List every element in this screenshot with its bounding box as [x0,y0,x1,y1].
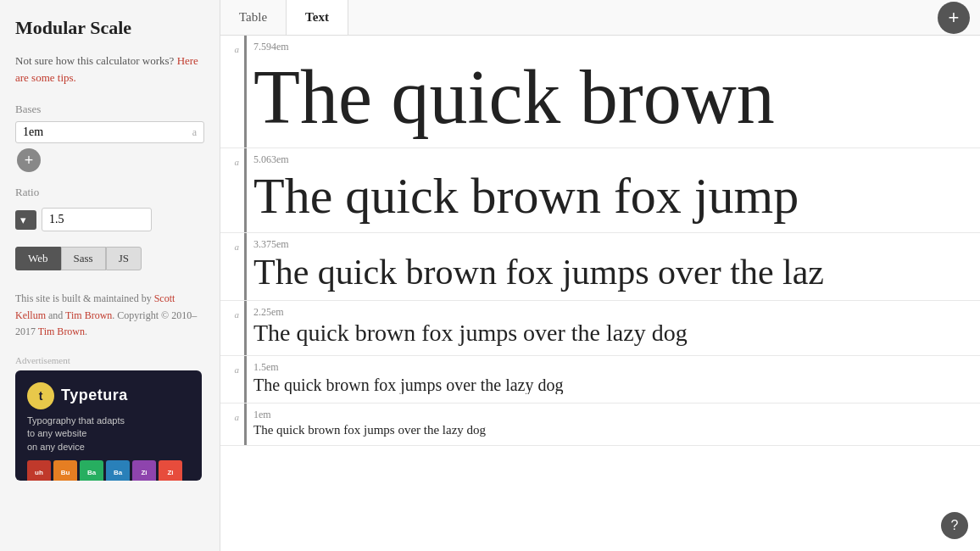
bases-input[interactable] [23,125,189,139]
scale-em-label: 3.375em [253,238,970,251]
scale-row-gutter-letter: a [235,412,240,422]
scale-row-gutter-letter: a [235,157,240,167]
help-button[interactable]: ? [941,512,968,539]
author2-link[interactable]: Tim Brown [65,309,112,321]
scale-row-inner: 1.5emThe quick brown fox jumps over the … [244,356,980,403]
ad-thumbnail: Zi [159,460,182,481]
scale-row-gutter: a [220,404,244,446]
main-tab-table[interactable]: Table [220,0,287,35]
ad-thumbnails: uhBuBaBaZiZi [27,460,182,481]
ad-thumbnail: Ba [80,460,103,481]
scale-em-label: 7.594em [253,41,970,53]
ad-thumbnail: uh [27,460,51,481]
add-base-button[interactable]: + [17,148,41,172]
scale-row-gutter-letter: a [235,309,240,320]
scale-row-inner: 2.25emThe quick brown fox jumps over the… [244,301,980,355]
ratio-row: ▾ [15,208,204,231]
scale-text: The quick brown fox jumps over the lazy … [253,320,970,347]
scale-row-inner: 5.063emThe quick brown fox jump [244,148,980,232]
scale-row-gutter-letter: a [235,365,240,375]
scale-row: a7.594emThe quick brown [220,36,980,148]
output-tab-web[interactable]: Web [15,247,61,270]
ratio-input[interactable] [42,208,152,231]
scale-em-label: 5.063em [253,153,970,166]
scale-row: a1emThe quick brown fox jumps over the l… [220,404,980,447]
scale-em-label: 2.25em [253,306,970,319]
scale-row: a3.375emThe quick brown fox jumps over t… [220,233,980,301]
scale-row: a1.5emThe quick brown fox jumps over the… [220,356,980,404]
scale-row-gutter: a [220,148,244,232]
scale-row: a2.25emThe quick brown fox jumps over th… [220,301,980,356]
advertisement-section: Advertisement t Typetura Typography that… [15,355,204,481]
scale-text: The quick brown [253,55,970,139]
bases-label: Bases [15,103,204,116]
scale-content: a7.594emThe quick browna5.063emThe quick… [220,36,980,551]
author3-link[interactable]: Tim Brown [38,326,85,337]
main-tab-bar: TableText + [220,0,980,36]
ad-icon: t [27,382,54,409]
scale-row-inner: 1emThe quick brown fox jumps over the la… [244,404,980,446]
help-text: Not sure how this calculator works? Here… [15,53,204,86]
main-tab-text[interactable]: Text [287,0,348,35]
ad-thumbnail: Zi [132,460,156,481]
ratio-label: Ratio [15,186,204,199]
bases-letter: a [192,126,197,139]
output-tabs: WebSassJS [15,247,204,270]
scale-row-gutter-letter: a [235,44,240,54]
scale-row-gutter: a [220,356,244,403]
ad-label: Advertisement [15,355,204,365]
ad-thumbnail: Bu [53,460,77,481]
sidebar: Modular Scale Not sure how this calculat… [0,0,220,551]
scale-text: The quick brown fox jumps over the lazy … [253,423,970,437]
ad-thumbnail: Ba [106,460,130,481]
scale-row-gutter: a [220,36,244,147]
scale-text: The quick brown fox jumps over the lazy … [253,376,970,394]
scale-text: The quick brown fox jumps over the laz [253,253,970,292]
scale-row-inner: 3.375emThe quick brown fox jumps over th… [244,233,980,300]
main-content: TableText + a7.594emThe quick browna5.06… [220,0,980,551]
bases-input-row: a [15,121,204,143]
output-tab-js[interactable]: JS [106,247,142,270]
app-title: Modular Scale [15,17,204,39]
ad-icon-row: t Typetura [27,382,128,409]
ad-tagline: Typography that adaptsto any websiteon a… [27,415,125,454]
scale-row-inner: 7.594emThe quick brown [244,36,980,147]
scale-text: The quick brown fox jump [253,168,970,224]
scale-row-gutter: a [220,301,244,355]
add-tab-button[interactable]: + [938,2,970,34]
scale-em-label: 1.5em [253,361,970,374]
output-tab-sass[interactable]: Sass [61,247,106,270]
footer-text: This site is built & maintained by Scott… [15,291,204,340]
scale-row-gutter-letter: a [235,242,240,252]
ratio-select[interactable]: ▾ [15,210,36,230]
ad-banner[interactable]: t Typetura Typography that adaptsto any … [15,370,202,481]
scale-em-label: 1em [253,409,970,421]
scale-row: a5.063emThe quick brown fox jump [220,148,980,233]
scale-row-gutter: a [220,233,244,300]
ad-brand: Typetura [61,387,128,404]
